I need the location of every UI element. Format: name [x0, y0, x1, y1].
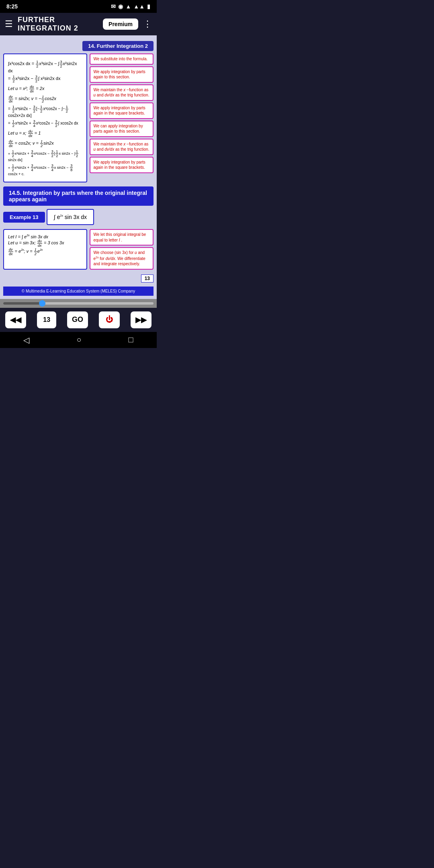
annotation-6: We maintain the x −function as u and dv/… [90, 139, 154, 155]
page-input[interactable]: 13 [37, 311, 56, 328]
app-header: ☰ FURTHER INTEGRATION 2 Premium ⋮ [0, 13, 157, 35]
forward-button[interactable]: ▶▶ [131, 311, 151, 328]
status-bar: 8:25 ✉ ◉ ▲ ▲▲ ▮ [0, 0, 157, 13]
annotations-column: We substitute into the formula. We apply… [90, 53, 154, 182]
math-line-7: Let u = x; dudx = 1 [8, 129, 82, 138]
example-badge: Example 13 [3, 212, 45, 223]
page-number: 13 [141, 274, 154, 283]
progress-thumb[interactable] [39, 300, 45, 307]
wifi-icon: ▲ [125, 3, 131, 10]
lower-math-box: Let I = ∫ e2x sin 3x dx Let u = sin 3x; … [3, 229, 87, 270]
signal-icon: ▲▲ [133, 3, 145, 10]
math-box-1: ∫x³cos2x dx = 12x³sin2x − ∫32x²sin2x dx … [3, 53, 87, 182]
hamburger-menu[interactable]: ☰ [5, 19, 13, 29]
bottom-nav: ◀◀ 13 GO ⏻ ▶▶ [0, 308, 157, 332]
lower-math-line-2: Let u = sin 3x; dudx = 3 cos 3x [8, 239, 82, 248]
annotation-3: We maintain the x −function as u and dv/… [90, 84, 154, 101]
premium-button[interactable]: Premium [103, 18, 138, 30]
back-phone-icon[interactable]: ◁ [23, 335, 29, 345]
square-phone-icon[interactable]: □ [128, 335, 133, 344]
power-button[interactable]: ⏻ [99, 311, 120, 328]
back-button[interactable]: ◀◀ [5, 311, 26, 328]
email-icon: ✉ [111, 3, 116, 10]
annotation-7: We apply integration by parts again in t… [90, 157, 154, 173]
annotation-5: We can apply integration by parts again … [90, 121, 154, 137]
math-line-1: ∫x³cos2x dx = 12x³sin2x − ∫32x²sin2x dx [8, 60, 82, 73]
lower-math-line-1: Let I = ∫ e2x sin 3x dx [8, 234, 82, 239]
integral-expression: ∫ e2x sin 3x dx [54, 214, 87, 220]
battery-icon: ▮ [147, 3, 150, 10]
math-section-1: ∫x³cos2x dx = 12x³sin2x − ∫32x²sin2x dx … [3, 53, 154, 182]
lower-annotations-column: We let this original integral be equal t… [90, 229, 154, 270]
math-line-2: = 12x³sin2x − 32∫ x²sin2x dx [8, 75, 82, 83]
annotation-2: We apply integration by parts again to t… [90, 66, 154, 83]
annotation-4: We apply integration by parts again in t… [90, 102, 154, 119]
lower-math-section: Let I = ∫ e2x sin 3x dx Let u = sin 3x; … [3, 229, 154, 270]
section-title: 14.5. Integration by parts where the ori… [3, 186, 154, 206]
phone-bottom-bar: ◁ ○ □ [0, 332, 157, 348]
status-icons: ✉ ◉ ▲ ▲▲ ▮ [111, 3, 150, 10]
lower-annotation-1: We let this original integral be equal t… [90, 229, 154, 246]
time: 8:25 [6, 3, 18, 10]
home-phone-icon[interactable]: ○ [76, 335, 81, 344]
header-title: FURTHER INTEGRATION 2 [18, 16, 98, 33]
progress-bar-container[interactable] [0, 299, 157, 308]
lower-math-line-3: dvdx = e2x; v = 12e2x [8, 248, 82, 256]
math-line-5: = 12x³sin2x − 32[−12x²cos2x − ∫−12cos2x×… [8, 105, 82, 118]
math-line-4: dvdx = sin2x; v = −12cos2x [8, 95, 82, 103]
math-line-3: Let u = x²; dudx = 2x [8, 85, 82, 93]
math-line-10: = 12x³sin2x + 34x²cos2x − 34x sin2x − 38… [8, 164, 82, 176]
more-options-icon[interactable]: ⋮ [143, 19, 152, 29]
progress-track[interactable] [3, 302, 154, 305]
math-line-6: = 12x³sin2x + 34x²cos2x − 32∫ xcos2x dx [8, 119, 82, 128]
go-button[interactable]: GO [67, 311, 88, 328]
chapter-badge: 14. Further Integration 2 [82, 41, 154, 51]
annotation-1: We substitute into the formula. [90, 53, 154, 65]
copyright-bar: © Multimedia E-Learning Education System… [3, 287, 154, 296]
lower-annotation-2: We choose (sin 3x) for u and e2x for dv/… [90, 247, 154, 270]
main-content: 14. Further Integration 2 ∫x³cos2x dx = … [0, 35, 157, 299]
math-line-9: = 12x³sin2x + 34x²cos2x − 32[12x sin2x −… [8, 149, 82, 162]
integral-display: ∫ e2x sin 3x dx [47, 209, 94, 225]
sync-icon: ◉ [118, 3, 123, 10]
math-line-8: dvdx = cos2x; v = 12sin2x [8, 139, 82, 148]
power-icon: ⏻ [106, 315, 113, 324]
